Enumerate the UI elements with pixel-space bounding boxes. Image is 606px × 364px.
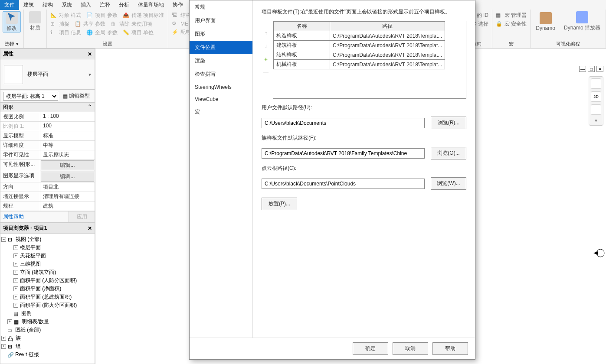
property-row[interactable]: 墙连接显示清理所有墙连接 bbox=[0, 192, 95, 202]
table-row[interactable]: 结构样板C:\ProgramData\Autodesk\RVT 2018\Tem… bbox=[274, 50, 445, 60]
options-tab[interactable]: SteeringWheels bbox=[190, 81, 252, 93]
edit-type-button[interactable]: ▦编辑类型 bbox=[61, 91, 92, 101]
minus-icon[interactable]: − bbox=[1, 237, 6, 242]
menu-arch[interactable]: 建筑 bbox=[19, 0, 38, 10]
tree-groups[interactable]: +⊞组 bbox=[1, 342, 94, 351]
plus-icon[interactable]: + bbox=[13, 270, 18, 275]
project-units-button[interactable]: 📏项目 单位 bbox=[122, 29, 154, 37]
tree-links[interactable]: 🔗Revit 链接 bbox=[1, 351, 94, 359]
plus-icon[interactable]: + bbox=[13, 262, 18, 266]
doc-close-icon[interactable]: ✕ bbox=[596, 66, 603, 72]
transfer-button[interactable]: 📤传递 项目标准 bbox=[122, 11, 165, 20]
property-row[interactable]: 比例值 1:100 bbox=[0, 122, 95, 131]
options-tab[interactable]: 检查拼写 bbox=[190, 68, 252, 81]
places-button[interactable]: 放置(P)... bbox=[262, 198, 297, 210]
pointcloud-path-input[interactable] bbox=[262, 179, 425, 189]
property-value[interactable]: 清理所有墙连接 bbox=[40, 192, 95, 201]
user-path-input[interactable] bbox=[262, 118, 425, 128]
property-row[interactable]: 视图比例1 : 100 bbox=[0, 112, 95, 122]
project-info-button[interactable]: ℹ项目 信息 bbox=[49, 29, 82, 37]
menu-insert[interactable]: 插入 bbox=[76, 0, 95, 10]
tree-item[interactable]: +楼层平面 bbox=[1, 244, 94, 252]
cancel-button[interactable]: 取消 bbox=[393, 342, 428, 355]
tree-item[interactable]: +立面 (建筑立面) bbox=[1, 268, 94, 276]
macro-manager-button[interactable]: ▦宏 管理器 bbox=[495, 11, 527, 20]
purge-button[interactable]: 🗑清除 未使用项 bbox=[110, 20, 153, 28]
remove-icon[interactable]: — bbox=[262, 68, 269, 75]
property-row[interactable]: 详细程度中等 bbox=[0, 141, 95, 150]
doc-restore-icon[interactable]: □ bbox=[588, 66, 595, 72]
plus-icon[interactable]: + bbox=[13, 286, 18, 291]
tree-item[interactable]: +面积平面 (总建筑面积) bbox=[1, 293, 94, 301]
plus-icon[interactable]: + bbox=[13, 295, 18, 299]
family-path-input[interactable] bbox=[262, 148, 425, 159]
plus-icon[interactable]: + bbox=[13, 245, 18, 250]
property-row[interactable]: 图形显示选项编辑... bbox=[0, 171, 95, 182]
menu-mass[interactable]: 体量和场地 bbox=[134, 0, 168, 10]
property-value[interactable]: 显示原状态 bbox=[40, 150, 95, 159]
add-icon[interactable]: ＋ bbox=[262, 55, 269, 62]
plus-icon[interactable]: + bbox=[1, 336, 6, 341]
project-browser-tree[interactable]: −⊡视图 (全部) +楼层平面+天花板平面+三维视图+立面 (建筑立面)+面积平… bbox=[0, 234, 95, 364]
modify-button[interactable]: 修改 bbox=[3, 11, 21, 32]
tree-schedules[interactable]: +▦明细表/数量 bbox=[1, 318, 94, 326]
property-value[interactable]: 100 bbox=[40, 122, 95, 131]
property-value[interactable]: 项目北 bbox=[40, 182, 95, 192]
tree-sheets[interactable]: ▭图纸 (全部) bbox=[1, 326, 94, 334]
instance-select[interactable]: 楼层平面: 标高 1 bbox=[3, 92, 58, 101]
dynamo-button[interactable]: Dynamo bbox=[533, 11, 558, 32]
plus-icon[interactable]: + bbox=[1, 344, 6, 349]
shared-params-button[interactable]: 📋共享 参数 bbox=[74, 20, 106, 28]
chevron-down-icon[interactable]: ▾ bbox=[595, 117, 597, 124]
property-row[interactable]: 规程建筑 bbox=[0, 202, 95, 211]
browse-user-path-button[interactable]: 浏览(R)... bbox=[431, 117, 466, 129]
table-row[interactable]: 建筑样板C:\ProgramData\Autodesk\RVT 2018\Tem… bbox=[274, 41, 445, 50]
plus-icon[interactable]: + bbox=[13, 278, 18, 283]
options-tab[interactable]: 宏 bbox=[190, 105, 252, 119]
browse-family-path-button[interactable]: 浏览(O)... bbox=[431, 147, 466, 159]
property-value[interactable]: 标准 bbox=[40, 131, 95, 140]
menu-collab[interactable]: 协作 bbox=[168, 0, 187, 10]
menu-system[interactable]: 系统 bbox=[57, 0, 76, 10]
table-row[interactable]: 构造样板C:\ProgramData\Autodesk\RVT 2018\Tem… bbox=[274, 31, 445, 41]
browse-pointcloud-button[interactable]: 浏览(W)... bbox=[431, 177, 466, 190]
tree-families[interactable]: +凸族 bbox=[1, 334, 94, 342]
property-value[interactable]: 建筑 bbox=[40, 202, 95, 211]
options-tab[interactable]: 用户界面 bbox=[190, 14, 252, 27]
plus-icon[interactable]: + bbox=[13, 303, 18, 308]
tree-item[interactable]: +天花板平面 bbox=[1, 252, 94, 260]
plus-icon[interactable]: + bbox=[13, 254, 18, 258]
options-tab[interactable]: ViewCube bbox=[190, 93, 252, 105]
global-params-button[interactable]: 🌐全局 参数 bbox=[85, 29, 118, 37]
property-value[interactable]: 中等 bbox=[40, 141, 95, 150]
browser-close-icon[interactable]: ✕ bbox=[88, 225, 92, 231]
table-row[interactable]: 机械样板C:\ProgramData\Autodesk\RVT 2018\Tem… bbox=[274, 60, 445, 69]
options-tab[interactable]: 文件位置 bbox=[190, 41, 252, 54]
apply-button[interactable]: 应用 bbox=[69, 211, 95, 222]
move-down-icon[interactable]: ↓ bbox=[262, 42, 269, 49]
menu-struct[interactable]: 结构 bbox=[38, 0, 57, 10]
prop-section-header[interactable]: 图形 ⌃ bbox=[0, 103, 95, 112]
snaps-button[interactable]: ⊞捕捉 bbox=[49, 20, 70, 28]
tree-item[interactable]: +面积平面 (人防分区面积) bbox=[1, 276, 94, 285]
dynamo-player-button[interactable]: Dynamo 播放器 bbox=[561, 11, 603, 32]
options-tab[interactable]: 渲染 bbox=[190, 54, 252, 68]
ok-button[interactable]: 确定 bbox=[353, 342, 388, 355]
nav-home-icon[interactable] bbox=[591, 78, 601, 89]
move-up-icon[interactable]: ↑ bbox=[262, 29, 269, 36]
menu-annotate[interactable]: 注释 bbox=[95, 0, 115, 10]
property-row[interactable]: 方向项目北 bbox=[0, 182, 95, 192]
tree-item[interactable]: +面积平面 (防火分区面积) bbox=[1, 301, 94, 309]
tree-legend[interactable]: ▤图例 bbox=[1, 309, 94, 318]
project-params-button[interactable]: 📄项目 参数 bbox=[85, 11, 118, 20]
options-tab[interactable]: 常规 bbox=[190, 0, 252, 14]
properties-help-link[interactable]: 属性帮助 bbox=[0, 211, 69, 222]
tree-item[interactable]: +三维视图 bbox=[1, 260, 94, 268]
property-row[interactable]: 可见性/图形...编辑... bbox=[0, 160, 95, 171]
menu-file[interactable]: 文件 bbox=[0, 0, 19, 10]
object-styles-button[interactable]: 📐对象 样式 bbox=[49, 11, 82, 20]
property-value[interactable]: 编辑... bbox=[41, 172, 94, 182]
type-selector[interactable]: 楼层平面 ▾ bbox=[0, 59, 95, 90]
property-row[interactable]: 显示模型标准 bbox=[0, 131, 95, 141]
property-row[interactable]: 零件可见性显示原状态 bbox=[0, 150, 95, 160]
